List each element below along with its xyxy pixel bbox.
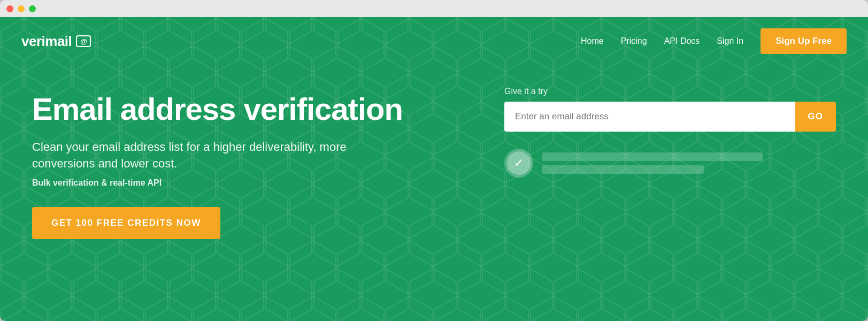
hero-section: Email address verification Clean your em…: [0, 65, 868, 239]
go-button[interactable]: GO: [795, 102, 836, 132]
nav-sign-in[interactable]: Sign In: [717, 36, 743, 46]
hero-subtitle: Clean your email address list for a high…: [32, 139, 353, 172]
check-icon: ✓: [514, 156, 524, 170]
nav-links: Home Pricing API Docs Sign In Sign Up Fr…: [581, 28, 847, 54]
logo-text: verimail: [21, 33, 72, 50]
nav-pricing[interactable]: Pricing: [621, 36, 647, 46]
main-content: verimail Home Pricing API Docs Sign In S…: [0, 17, 868, 321]
maximize-button[interactable]: [29, 5, 36, 12]
result-line-2: [542, 165, 704, 174]
close-button[interactable]: [6, 5, 13, 12]
hero-tagline: Bulk verification & real-time API: [32, 178, 403, 188]
titlebar: [0, 0, 868, 17]
form-label: Give it a try: [504, 87, 836, 96]
hero-right: Give it a try GO ✓: [504, 87, 836, 184]
logo[interactable]: verimail: [21, 33, 91, 50]
checkmark-circle: ✓: [504, 149, 533, 178]
nav-api-docs[interactable]: API Docs: [664, 36, 700, 46]
minimize-button[interactable]: [18, 5, 25, 12]
result-lines: [542, 152, 836, 174]
hero-left: Email address verification Clean your em…: [32, 87, 403, 239]
logo-icon: [76, 35, 91, 47]
result-line-1: [542, 152, 763, 161]
browser-window: verimail Home Pricing API Docs Sign In S…: [0, 0, 868, 321]
hero-title: Email address verification: [32, 92, 403, 126]
navbar: verimail Home Pricing API Docs Sign In S…: [0, 17, 868, 65]
nav-home[interactable]: Home: [581, 36, 604, 46]
cta-button[interactable]: GET 100 FREE CREDITS NOW: [32, 207, 220, 239]
email-input-row: GO: [504, 102, 836, 132]
checkmark-inner: ✓: [507, 151, 531, 175]
nav-signup-button[interactable]: Sign Up Free: [761, 28, 847, 54]
result-preview: ✓: [504, 142, 836, 184]
email-input[interactable]: [504, 102, 795, 132]
